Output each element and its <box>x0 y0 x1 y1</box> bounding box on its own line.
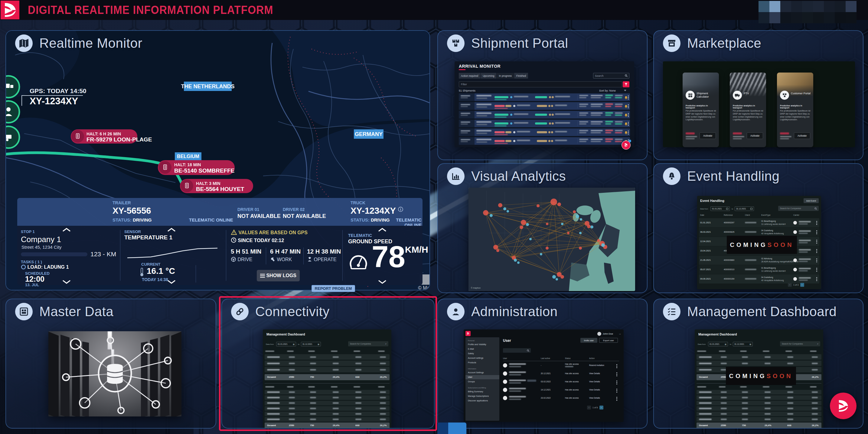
kebab-menu-icon[interactable] <box>616 396 617 401</box>
tile-connectivity[interactable]: Connectivity Management DashboardData fr… <box>221 299 435 429</box>
kebab-menu-icon[interactable] <box>628 104 629 109</box>
shipment-row[interactable] <box>459 111 630 119</box>
activate-button[interactable]: Activate <box>794 132 810 139</box>
logout-arrow-icon[interactable]: → <box>619 332 621 335</box>
chevron-up-icon[interactable] <box>167 228 176 232</box>
admin-row[interactable]: 03.02.2022Has site accessView Details <box>464 378 624 386</box>
tab-in-progress[interactable]: In progress <box>497 73 514 78</box>
kebab-menu-icon[interactable] <box>816 220 817 226</box>
sidebar-item-safety[interactable]: Safety <box>465 352 499 356</box>
report-problem-button[interactable]: REPORT PROBLEM <box>311 285 355 292</box>
invite-user-button[interactable]: Invite user <box>580 338 597 343</box>
event-row[interactable]: 21.05.202140000066002 Abholung28 ADR-Aus… <box>699 256 819 265</box>
add-event-button[interactable]: Add Event <box>804 198 819 203</box>
kebab-menu-icon[interactable] <box>628 121 629 126</box>
halt-badge-houyet[interactable]: HALT: 3 MIN BE-5564 HOUYET <box>180 179 253 193</box>
chevron-up-icon[interactable] <box>62 228 71 232</box>
info-icon[interactable] <box>398 207 403 212</box>
blurred-text-block <box>267 419 280 420</box>
prev-page-button[interactable]: ‹ <box>587 406 591 409</box>
tile-event-handling[interactable]: Event Handling Event Handling Add Event … <box>653 163 864 293</box>
eh-search-input[interactable]: Search for Companies <box>778 206 819 211</box>
search-input[interactable]: Search <box>593 73 629 78</box>
admin-row[interactable]: 14.12.2021Has site accessView Details <box>464 387 624 394</box>
admin-row[interactable]: -Has site accessResend invitation <box>464 362 624 370</box>
sidebar-item-e-mail[interactable]: E-Mail <box>465 347 499 351</box>
tile-visual-analytics[interactable]: Visual Analytics © mapbox <box>437 163 648 293</box>
tile-shipment-portal[interactable]: Shipment Portal ARRIVAL MONITOR Action r… <box>437 30 648 160</box>
kebab-menu-icon[interactable] <box>816 248 817 254</box>
tile-realtime-monitor[interactable]: GPS: TODAY 14:50 XY-1234XY THE NETHERLAN… <box>5 30 430 291</box>
row-action[interactable]: Resend invitation <box>589 364 604 366</box>
kebab-menu-icon[interactable] <box>628 95 629 100</box>
admin-search-input[interactable] <box>503 348 531 353</box>
platform-logo[interactable] <box>1 1 19 19</box>
shipment-row[interactable] <box>459 93 630 101</box>
kebab-menu-icon[interactable] <box>628 130 629 135</box>
chevron-down-icon[interactable] <box>62 279 71 284</box>
kebab-menu-icon[interactable] <box>816 239 817 244</box>
sidebar-item-profile-and-visibility[interactable]: Profile and Visibility <box>465 342 499 347</box>
kebab-menu-icon[interactable] <box>616 380 617 385</box>
kebab-menu-icon[interactable] <box>816 276 817 282</box>
mgmt-data-row <box>696 390 822 394</box>
admin-row[interactable]: 23.02.2022Has site accessView Details <box>464 395 624 403</box>
tab-upcoming[interactable]: Upcoming <box>480 73 496 78</box>
kebab-menu-icon[interactable] <box>816 230 817 235</box>
kebab-menu-icon[interactable] <box>816 267 817 272</box>
halt-badge-sombreffe[interactable]: HALT: 18 MIN BE-5140 SOMBREFFE <box>158 160 235 175</box>
marketplace-card-truck[interactable]: Shipment CalculatorPredictive analytics … <box>683 72 719 147</box>
event-row[interactable]: 05.07.202140000001001 Beauftragung11 Lie… <box>699 265 819 274</box>
blurred-text-block <box>555 105 567 106</box>
marketplace-card-package[interactable]: Customer PortalPredictive analytics in t… <box>777 72 813 147</box>
date-to-input[interactable]: 31.12.2021▦ <box>733 342 753 346</box>
row-action[interactable]: View Details <box>589 389 600 391</box>
row-action[interactable]: View Details <box>589 372 600 374</box>
mgmt-search-input[interactable]: Search for Companies⌕ <box>780 341 820 346</box>
prev-page-button[interactable]: ‹ <box>788 283 792 287</box>
admin-row[interactable]: 20.12.2021Has site accessView Details <box>464 370 624 378</box>
shipment-row[interactable] <box>459 120 630 127</box>
shipment-row[interactable] <box>459 102 630 110</box>
event-row[interactable]: 01.01.202140000029701 Beauftragung11 Lie… <box>699 218 819 227</box>
date-to-input[interactable]: 31.12.2021▦ <box>301 342 321 346</box>
next-page-button[interactable]: › <box>599 406 603 409</box>
tile-administration[interactable]: Administration John Doe → PersonalProfil… <box>437 299 648 429</box>
date-from-input[interactable]: 01.01.2021▦ <box>708 342 728 346</box>
date-from-input[interactable]: 01.01.2021 <box>710 206 730 211</box>
row-action[interactable]: View Details <box>589 397 600 399</box>
user-menu[interactable]: John Doe <box>603 332 613 335</box>
marketplace-card-keyboard[interactable]: PTVPredictive analytics in transportFür … <box>730 72 766 147</box>
kebab-menu-icon[interactable] <box>616 388 617 393</box>
chevron-down-icon[interactable] <box>378 279 387 284</box>
tab-action-required[interactable]: Action required <box>459 73 480 78</box>
export-user-button[interactable]: Export user <box>599 338 618 343</box>
kebab-menu-icon[interactable] <box>628 112 629 118</box>
kebab-menu-icon[interactable] <box>816 258 817 263</box>
shipment-row[interactable] <box>459 137 630 145</box>
filter-input[interactable]: Filter <box>459 81 622 87</box>
event-row[interactable]: 09.09.202140000015904 Zustellung40 Versp… <box>699 274 819 283</box>
date-from-input[interactable]: 01.01.2021▦ <box>276 342 296 346</box>
shipment-row[interactable] <box>459 128 630 136</box>
tile-marketplace[interactable]: Marketplace Shipment CalculatorPredictiv… <box>653 30 864 160</box>
kebab-menu-icon[interactable] <box>616 372 617 377</box>
activate-button[interactable]: Activate <box>700 132 716 139</box>
chevron-down-icon[interactable] <box>167 279 176 284</box>
assistant-fab-button[interactable] <box>830 393 857 419</box>
sort-control[interactable]: Sort by: None <box>599 89 616 92</box>
event-row[interactable]: 06.03.202140000062504 Zustellung40 Versp… <box>699 228 819 237</box>
next-page-button[interactable]: › <box>800 283 804 287</box>
tab-finished[interactable]: Finished <box>514 73 528 78</box>
row-action[interactable]: View Details <box>589 380 600 382</box>
filter-button[interactable] <box>623 81 629 87</box>
show-logs-button[interactable]: SHOW LOGS <box>257 270 300 281</box>
activate-button[interactable]: Activate <box>747 132 763 139</box>
kebab-menu-icon[interactable] <box>616 364 617 369</box>
chevron-up-icon[interactable] <box>378 228 387 232</box>
user-avatar[interactable] <box>597 332 601 336</box>
mgmt-search-input[interactable]: Search for Companies⌕ <box>348 341 388 346</box>
date-to-input[interactable]: 31.12.2021 <box>735 206 754 211</box>
tile-master-data[interactable]: Master Data <box>5 299 216 429</box>
row-avatar <box>503 363 507 368</box>
